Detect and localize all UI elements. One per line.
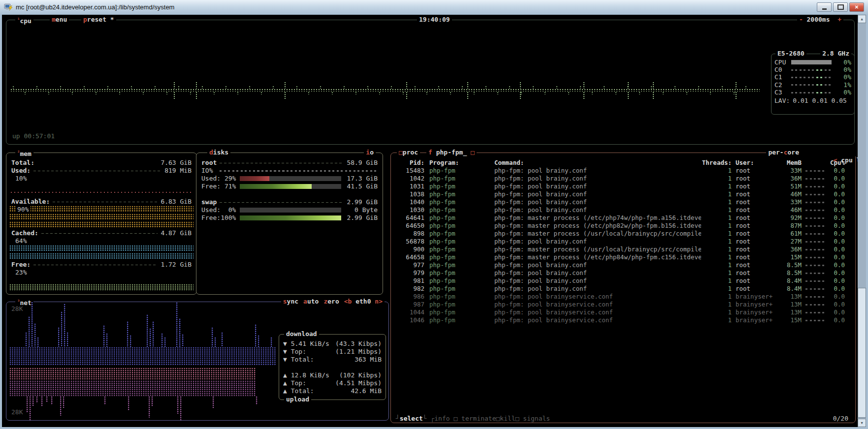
cpu-info-box: E5-2680 2.8 GHz CPU0%C00%C10%C21%C30% LA… <box>771 54 855 115</box>
process-row[interactable]: 987php-fpmphp-fpm: pool brainyservice.co… <box>395 301 848 308</box>
minimize-button[interactable] <box>817 2 832 12</box>
maximize-button[interactable] <box>833 2 848 12</box>
load-average-value: 0.01 0.01 0.05 <box>793 97 847 105</box>
disk-swap-row: swap2.99 GiB <box>201 198 378 206</box>
cpu-state-row: CPU0% <box>772 59 854 66</box>
info-button[interactable]: info <box>434 415 450 423</box>
terminate-button[interactable]: terminate <box>461 415 496 423</box>
disk-root-used-bar <box>240 176 341 181</box>
process-row[interactable]: 979php-fpmphp-fpm: pool brainy.conf1root… <box>395 269 848 277</box>
scroll-down-icon: ▼ <box>861 419 863 427</box>
cpu-model: E5-2680 <box>775 50 806 58</box>
mem-used-row: Used:819 MiB <box>11 167 192 175</box>
mem-cached-row: Cached:4.87 GiB <box>11 229 192 237</box>
process-row[interactable]: 64641php-fpmphp-fpm: master process (/et… <box>395 214 848 222</box>
menu-button[interactable]: menu <box>50 16 69 24</box>
cpu-usage-graph <box>10 82 760 99</box>
up-arrow-icon: ▲ <box>283 387 287 395</box>
scroll-down-button[interactable]: ▼ <box>858 419 866 427</box>
interval-plus-button[interactable]: + <box>837 16 841 23</box>
mem-available-row: Available:6.83 GiB <box>11 198 192 206</box>
proc-box-title[interactable]: □proc <box>397 149 420 156</box>
download-top-row: ▼ Top:(1.21 Mibps) <box>283 348 382 356</box>
interval-minus-button[interactable]: - <box>799 16 803 23</box>
minimize-icon <box>822 8 827 10</box>
disks-box-title[interactable]: disks <box>207 149 230 156</box>
scroll-up-button[interactable]: ▲ <box>858 15 866 23</box>
putty-icon <box>4 3 13 12</box>
disk-swap-free-row: Free:100% 2.99 GiB <box>201 214 378 222</box>
kill-button[interactable]: kill <box>500 415 515 423</box>
process-row[interactable]: 1044php-fpmphp-fpm: pool brainyservice.c… <box>395 308 848 316</box>
signals-button[interactable]: signals <box>523 415 550 423</box>
upload-title: upload <box>284 396 311 403</box>
process-row[interactable]: 56878php-fpmphp-fpm: pool brainy.conf1ro… <box>395 238 848 245</box>
disk-root-free-bar <box>240 184 341 189</box>
proc-counter: 0/20 <box>833 415 848 423</box>
filter-clear-button[interactable]: □ <box>471 149 475 156</box>
proc-table-header: Pid: Program: Command: Threads: User: Me… <box>395 159 848 167</box>
proc-box: □proc f php-fpm_ □ per-core reverse tree… <box>390 153 856 423</box>
process-row[interactable]: 982php-fpmphp-fpm: pool brainy.conf1root… <box>395 285 848 293</box>
load-average-label: LAV: <box>774 97 790 105</box>
disk-root-io-row: IO% <box>201 167 378 175</box>
proc-footer: ┘select└ ┌ info □ terminate □ kill □ sig… <box>396 415 848 423</box>
net-box: ³net sync auto zero <b eth0 n> 28K 28K d… <box>6 302 389 421</box>
process-row[interactable]: 1046php-fpmphp-fpm: pool brainyservice.c… <box>395 316 848 324</box>
cpu-box-title[interactable]: ¹cpu <box>15 16 33 24</box>
cpu-state-row: C21% <box>772 81 854 89</box>
mem-box-title[interactable]: ²mem <box>15 149 33 156</box>
up-arrow-icon: ▲ <box>283 379 287 387</box>
process-row[interactable]: 1042php-fpmphp-fpm: pool brainy.conf1roo… <box>395 175 848 183</box>
process-row[interactable]: 1031php-fpmphp-fpm: pool brainy.conf1roo… <box>395 183 848 190</box>
process-row[interactable]: 1040php-fpmphp-fpm: pool brainy.conf1roo… <box>395 198 848 206</box>
mem-free-graph <box>9 284 193 291</box>
process-row[interactable]: 977php-fpmphp-fpm: pool brainy.conf1root… <box>395 261 848 269</box>
process-row[interactable]: 1038php-fpmphp-fpm: pool brainy.conf1roo… <box>395 190 848 198</box>
scrollbar-thumb[interactable] <box>858 288 866 418</box>
process-row[interactable]: 986php-fpmphp-fpm: pool brainyservice.co… <box>395 293 848 301</box>
mem-available-pct: 90% <box>11 206 192 214</box>
upload-speed-row: ▲ 12.8 KiB/s(102 Kibps) <box>283 371 382 379</box>
disk-root-free-row: Free: 71% 41.5 GiB <box>201 183 378 190</box>
titlebar[interactable]: mc [root@ub24.itdeveloper.com.ua]:/lib/s… <box>0 0 868 15</box>
process-row[interactable]: 898php-fpmphp-fpm: master process (/usr/… <box>395 230 848 238</box>
terminal: ¹cpu menu preset * 19:40:09 - 2000ms + E… <box>2 15 858 427</box>
process-row[interactable]: 64658php-fpmphp-fpm: master process (/et… <box>395 253 848 261</box>
down-arrow-icon: ▼ <box>283 340 287 348</box>
cpu-state-row: C10% <box>772 74 854 81</box>
process-row[interactable]: 900php-fpmphp-fpm: master process (/usr/… <box>395 245 848 253</box>
window-title: mc [root@ub24.itdeveloper.com.ua]:/lib/s… <box>16 3 174 11</box>
disk-swap-free-bar <box>240 215 341 220</box>
putty-window: mc [root@ub24.itdeveloper.com.ua]:/lib/s… <box>0 0 868 429</box>
scrollbar[interactable]: ▲ ▼ <box>858 15 866 427</box>
preset-button[interactable]: preset * <box>81 16 116 24</box>
close-icon: ✕ <box>855 3 859 11</box>
maximize-icon <box>837 4 844 10</box>
process-row[interactable]: 1030php-fpmphp-fpm: pool brainy.conf1roo… <box>395 206 848 214</box>
sort-selector: < cpu lazy > <box>801 149 858 156</box>
process-row[interactable]: 981php-fpmphp-fpm: pool brainy.conf1root… <box>395 277 848 285</box>
download-title: download <box>284 330 319 338</box>
uptime: up 00:57:01 <box>12 132 55 140</box>
select-button[interactable]: select <box>400 415 423 423</box>
interval-value: 2000ms <box>803 16 834 23</box>
process-row[interactable]: 15483php-fpmphp-fpm: pool brainy.conf1ro… <box>395 167 848 175</box>
disks-io-toggle[interactable]: io <box>364 149 376 156</box>
mem-total-row: Total:7.63 GiB <box>11 159 192 167</box>
proc-filter[interactable]: f php-fpm_ □ <box>426 149 477 156</box>
disks-box: disks io root58.9 GiB IO% Used: 29% 17.3… <box>196 153 383 295</box>
cpu-frequency: 2.8 GHz <box>820 50 851 58</box>
cpu-state-row: C00% <box>772 66 854 73</box>
percore-toggle[interactable]: per-core <box>766 149 801 156</box>
close-button[interactable]: ✕ <box>849 2 864 12</box>
mem-available-graph <box>9 214 193 220</box>
cpu-box: ¹cpu menu preset * 19:40:09 - 2000ms + E… <box>6 20 855 145</box>
mem-available-graph <box>9 221 193 228</box>
process-row[interactable]: 64650php-fpmphp-fpm: master process (/et… <box>395 222 848 230</box>
upload-top-row: ▲ Top:(4.51 Mibps) <box>283 379 382 387</box>
disk-root-row: root58.9 GiB <box>201 159 378 167</box>
mem-cached-pct: 64% <box>11 237 192 245</box>
scroll-up-icon: ▲ <box>861 15 863 23</box>
upload-total-row: ▲ Total:42.6 MiB <box>283 387 382 395</box>
